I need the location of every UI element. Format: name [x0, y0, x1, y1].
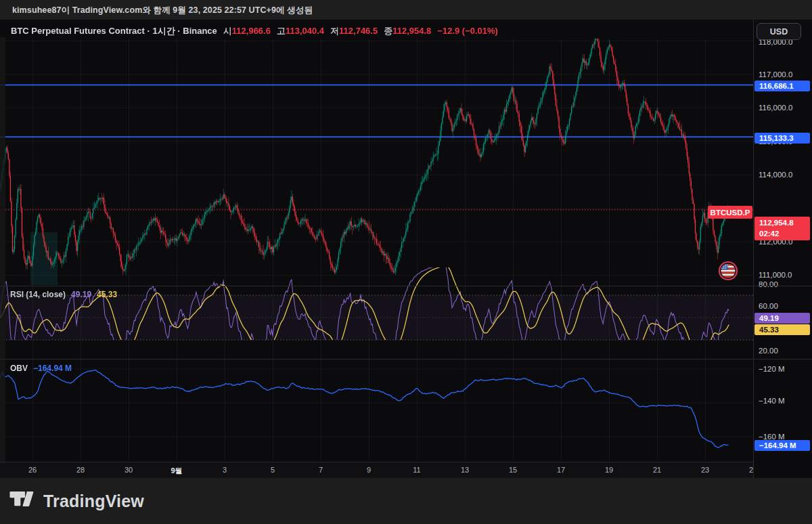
time-axis-tick: 15: [509, 466, 517, 474]
time-axis-tick: 11: [413, 466, 420, 474]
price-axis-tick: 116,000.0: [754, 104, 811, 112]
chart-legend[interactable]: BTC Perpetual Futures Contract · 1시간 · B…: [11, 25, 498, 37]
close-value: 112,954.8: [392, 26, 431, 36]
rsi-legend[interactable]: RSI (14, close)49.1945.33: [10, 290, 117, 299]
time-axis-tick: 21: [653, 466, 661, 474]
pane-separator-rsi[interactable]: [0, 286, 812, 286]
close-label: 종: [384, 26, 392, 36]
rsi-value: 49.19: [71, 290, 91, 299]
time-axis[interactable]: 2628309월35791113151719212325: [0, 462, 812, 478]
time-axis-tick: 13: [461, 466, 469, 474]
obv-value: −164.94 M: [33, 364, 72, 373]
bar-countdown: 02:42: [759, 229, 810, 240]
time-axis-tick: 23: [701, 466, 709, 474]
time-axis-tick: 3: [223, 466, 227, 474]
time-axis-tick: 5: [271, 466, 275, 474]
rsi-axis-label: 49.19: [754, 313, 810, 324]
chart-root: BTC Perpetual Futures Contract · 1시간 · B…: [0, 20, 812, 478]
rsi-axis-tick: 20.00: [754, 347, 811, 355]
time-axis-tick: 17: [557, 466, 565, 474]
tradingview-screenshot: kimsuhee87이 TradingView.com와 함께 9월 23, 2…: [0, 0, 812, 524]
rsi-title[interactable]: RSI (14, close): [10, 290, 66, 299]
obv-title[interactable]: OBV: [10, 364, 28, 373]
price-axis-panel[interactable]: −160 M−140 M−120 M20.0060.0080.00111,000…: [753, 20, 812, 478]
attribution-text: kimsuhee87이 TradingView.com와 함께 9월 23, 2…: [12, 5, 313, 16]
obv-legend[interactable]: OBV−164.94 M: [10, 364, 72, 373]
level-2-axis-label: 115,133.3: [754, 133, 810, 144]
time-axis-tick: 9월: [171, 466, 182, 476]
obv-axis-label: −164.94 M: [754, 440, 810, 451]
time-axis-tick: 28: [76, 466, 85, 474]
attribution-bar: kimsuhee87이 TradingView.com와 함께 9월 23, 2…: [0, 0, 812, 20]
level-1-axis-label: 116,686.1: [754, 81, 810, 91]
time-axis-tick: 19: [605, 466, 613, 474]
high-label: 고: [277, 26, 286, 36]
symbol-price-tag: BTCUSD.P: [708, 206, 752, 219]
high-value: 113,040.4: [286, 26, 324, 36]
obv-axis-tick: −120 M: [754, 365, 811, 373]
price-axis-tick: 117,000.0: [754, 70, 811, 79]
price-chart-canvas[interactable]: [0, 20, 753, 462]
time-axis-tick: 7: [319, 466, 323, 474]
price-axis-tick: 114,000.0: [754, 171, 811, 179]
change-value: −12.9 (−0.01%): [437, 26, 498, 36]
time-axis-tick: 9: [367, 466, 371, 474]
last-price-axis-label: 112,954.8 02:42: [754, 217, 810, 240]
open-label: 시: [223, 26, 232, 36]
rsi-axis-tick: 60.00: [754, 302, 811, 310]
currency-toggle-button[interactable]: USD: [757, 23, 801, 40]
tradingview-logo[interactable]: TradingView: [9, 489, 144, 512]
time-axis-tick: 26: [28, 466, 37, 474]
open-value: 112,966.6: [232, 26, 271, 36]
low-value: 112,746.5: [339, 26, 378, 36]
rsi-axis-tick: 80.00: [754, 280, 811, 288]
last-price-value: 112,954.8: [759, 218, 810, 229]
footer-bar: TradingView: [0, 478, 812, 524]
obv-axis-tick: −140 M: [754, 397, 811, 405]
rsi-ma-axis-label: 45.33: [754, 324, 810, 335]
rsi-ma-value: 45.33: [97, 290, 117, 299]
time-axis-tick: 30: [125, 466, 133, 474]
us-flag-icon[interactable]: [717, 260, 739, 282]
symbol-title[interactable]: BTC Perpetual Futures Contract · 1시간 · B…: [11, 26, 217, 36]
left-edge-strip: [0, 37, 5, 462]
low-label: 저: [330, 26, 339, 36]
tradingview-logo-icon: [9, 489, 37, 512]
tradingview-wordmark: TradingView: [43, 492, 144, 511]
price-axis-tick: 111,000.0: [754, 271, 811, 279]
pane-separator-obv[interactable]: [0, 359, 812, 359]
